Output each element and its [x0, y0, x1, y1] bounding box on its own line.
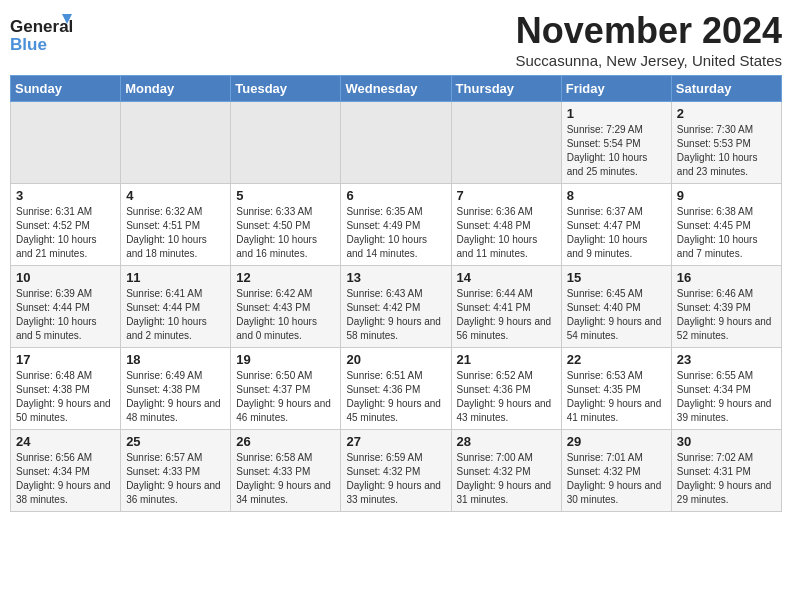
day-info: Sunrise: 6:44 AM Sunset: 4:41 PM Dayligh…	[457, 287, 556, 343]
month-title: November 2024	[515, 10, 782, 52]
calendar-cell: 12Sunrise: 6:42 AM Sunset: 4:43 PM Dayli…	[231, 266, 341, 348]
svg-text:Blue: Blue	[10, 35, 47, 54]
day-number: 17	[16, 352, 115, 367]
day-info: Sunrise: 6:38 AM Sunset: 4:45 PM Dayligh…	[677, 205, 776, 261]
calendar-cell: 29Sunrise: 7:01 AM Sunset: 4:32 PM Dayli…	[561, 430, 671, 512]
weekday-header-wednesday: Wednesday	[341, 76, 451, 102]
day-number: 5	[236, 188, 335, 203]
calendar-cell: 18Sunrise: 6:49 AM Sunset: 4:38 PM Dayli…	[121, 348, 231, 430]
day-info: Sunrise: 6:49 AM Sunset: 4:38 PM Dayligh…	[126, 369, 225, 425]
day-number: 9	[677, 188, 776, 203]
calendar-cell: 15Sunrise: 6:45 AM Sunset: 4:40 PM Dayli…	[561, 266, 671, 348]
calendar-cell: 24Sunrise: 6:56 AM Sunset: 4:34 PM Dayli…	[11, 430, 121, 512]
weekday-header-sunday: Sunday	[11, 76, 121, 102]
day-info: Sunrise: 6:32 AM Sunset: 4:51 PM Dayligh…	[126, 205, 225, 261]
day-number: 3	[16, 188, 115, 203]
day-number: 22	[567, 352, 666, 367]
day-number: 2	[677, 106, 776, 121]
calendar-cell: 9Sunrise: 6:38 AM Sunset: 4:45 PM Daylig…	[671, 184, 781, 266]
day-info: Sunrise: 6:36 AM Sunset: 4:48 PM Dayligh…	[457, 205, 556, 261]
calendar-cell: 20Sunrise: 6:51 AM Sunset: 4:36 PM Dayli…	[341, 348, 451, 430]
day-info: Sunrise: 6:56 AM Sunset: 4:34 PM Dayligh…	[16, 451, 115, 507]
day-info: Sunrise: 6:35 AM Sunset: 4:49 PM Dayligh…	[346, 205, 445, 261]
svg-text:General: General	[10, 17, 73, 36]
weekday-header-thursday: Thursday	[451, 76, 561, 102]
weekday-header-monday: Monday	[121, 76, 231, 102]
calendar-cell: 27Sunrise: 6:59 AM Sunset: 4:32 PM Dayli…	[341, 430, 451, 512]
day-number: 24	[16, 434, 115, 449]
day-number: 10	[16, 270, 115, 285]
day-number: 13	[346, 270, 445, 285]
logo-icon: General Blue	[10, 10, 80, 60]
day-number: 1	[567, 106, 666, 121]
day-info: Sunrise: 6:48 AM Sunset: 4:38 PM Dayligh…	[16, 369, 115, 425]
calendar-cell: 11Sunrise: 6:41 AM Sunset: 4:44 PM Dayli…	[121, 266, 231, 348]
title-area: November 2024 Succasunna, New Jersey, Un…	[515, 10, 782, 69]
day-number: 16	[677, 270, 776, 285]
calendar-cell: 1Sunrise: 7:29 AM Sunset: 5:54 PM Daylig…	[561, 102, 671, 184]
day-info: Sunrise: 6:46 AM Sunset: 4:39 PM Dayligh…	[677, 287, 776, 343]
weekday-header-friday: Friday	[561, 76, 671, 102]
calendar-cell: 16Sunrise: 6:46 AM Sunset: 4:39 PM Dayli…	[671, 266, 781, 348]
day-number: 19	[236, 352, 335, 367]
calendar-cell	[11, 102, 121, 184]
calendar-table: SundayMondayTuesdayWednesdayThursdayFrid…	[10, 75, 782, 512]
day-info: Sunrise: 6:42 AM Sunset: 4:43 PM Dayligh…	[236, 287, 335, 343]
calendar-cell: 19Sunrise: 6:50 AM Sunset: 4:37 PM Dayli…	[231, 348, 341, 430]
calendar-cell	[121, 102, 231, 184]
day-info: Sunrise: 7:00 AM Sunset: 4:32 PM Dayligh…	[457, 451, 556, 507]
day-number: 12	[236, 270, 335, 285]
day-number: 30	[677, 434, 776, 449]
location: Succasunna, New Jersey, United States	[515, 52, 782, 69]
calendar-cell: 22Sunrise: 6:53 AM Sunset: 4:35 PM Dayli…	[561, 348, 671, 430]
weekday-header-tuesday: Tuesday	[231, 76, 341, 102]
calendar-cell: 13Sunrise: 6:43 AM Sunset: 4:42 PM Dayli…	[341, 266, 451, 348]
logo: General Blue	[10, 10, 80, 60]
calendar-cell: 3Sunrise: 6:31 AM Sunset: 4:52 PM Daylig…	[11, 184, 121, 266]
calendar-cell: 28Sunrise: 7:00 AM Sunset: 4:32 PM Dayli…	[451, 430, 561, 512]
day-info: Sunrise: 6:51 AM Sunset: 4:36 PM Dayligh…	[346, 369, 445, 425]
calendar-cell: 2Sunrise: 7:30 AM Sunset: 5:53 PM Daylig…	[671, 102, 781, 184]
day-info: Sunrise: 6:45 AM Sunset: 4:40 PM Dayligh…	[567, 287, 666, 343]
day-info: Sunrise: 7:29 AM Sunset: 5:54 PM Dayligh…	[567, 123, 666, 179]
day-number: 15	[567, 270, 666, 285]
day-info: Sunrise: 6:33 AM Sunset: 4:50 PM Dayligh…	[236, 205, 335, 261]
day-number: 21	[457, 352, 556, 367]
calendar-cell: 8Sunrise: 6:37 AM Sunset: 4:47 PM Daylig…	[561, 184, 671, 266]
day-info: Sunrise: 6:52 AM Sunset: 4:36 PM Dayligh…	[457, 369, 556, 425]
day-info: Sunrise: 6:31 AM Sunset: 4:52 PM Dayligh…	[16, 205, 115, 261]
calendar-cell: 26Sunrise: 6:58 AM Sunset: 4:33 PM Dayli…	[231, 430, 341, 512]
day-number: 4	[126, 188, 225, 203]
calendar-cell: 4Sunrise: 6:32 AM Sunset: 4:51 PM Daylig…	[121, 184, 231, 266]
calendar-cell: 10Sunrise: 6:39 AM Sunset: 4:44 PM Dayli…	[11, 266, 121, 348]
calendar-cell	[341, 102, 451, 184]
calendar-cell: 17Sunrise: 6:48 AM Sunset: 4:38 PM Dayli…	[11, 348, 121, 430]
day-number: 18	[126, 352, 225, 367]
day-number: 6	[346, 188, 445, 203]
day-number: 7	[457, 188, 556, 203]
day-number: 23	[677, 352, 776, 367]
calendar-cell: 7Sunrise: 6:36 AM Sunset: 4:48 PM Daylig…	[451, 184, 561, 266]
calendar-cell: 5Sunrise: 6:33 AM Sunset: 4:50 PM Daylig…	[231, 184, 341, 266]
page-header: General Blue November 2024 Succasunna, N…	[10, 10, 782, 69]
day-info: Sunrise: 6:57 AM Sunset: 4:33 PM Dayligh…	[126, 451, 225, 507]
weekday-header-saturday: Saturday	[671, 76, 781, 102]
day-info: Sunrise: 6:55 AM Sunset: 4:34 PM Dayligh…	[677, 369, 776, 425]
day-info: Sunrise: 7:02 AM Sunset: 4:31 PM Dayligh…	[677, 451, 776, 507]
day-info: Sunrise: 6:37 AM Sunset: 4:47 PM Dayligh…	[567, 205, 666, 261]
day-info: Sunrise: 6:41 AM Sunset: 4:44 PM Dayligh…	[126, 287, 225, 343]
day-info: Sunrise: 7:30 AM Sunset: 5:53 PM Dayligh…	[677, 123, 776, 179]
day-info: Sunrise: 6:53 AM Sunset: 4:35 PM Dayligh…	[567, 369, 666, 425]
day-info: Sunrise: 6:39 AM Sunset: 4:44 PM Dayligh…	[16, 287, 115, 343]
day-number: 27	[346, 434, 445, 449]
day-number: 14	[457, 270, 556, 285]
day-info: Sunrise: 6:43 AM Sunset: 4:42 PM Dayligh…	[346, 287, 445, 343]
calendar-cell: 21Sunrise: 6:52 AM Sunset: 4:36 PM Dayli…	[451, 348, 561, 430]
day-number: 8	[567, 188, 666, 203]
calendar-cell	[231, 102, 341, 184]
calendar-cell: 25Sunrise: 6:57 AM Sunset: 4:33 PM Dayli…	[121, 430, 231, 512]
day-number: 26	[236, 434, 335, 449]
day-info: Sunrise: 6:58 AM Sunset: 4:33 PM Dayligh…	[236, 451, 335, 507]
calendar-cell	[451, 102, 561, 184]
day-number: 11	[126, 270, 225, 285]
